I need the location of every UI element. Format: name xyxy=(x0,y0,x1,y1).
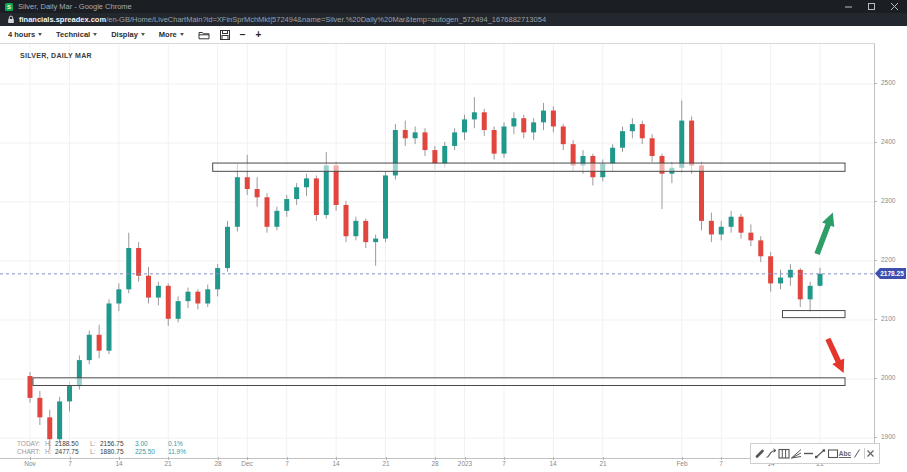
candle-body xyxy=(265,197,270,227)
candle-body xyxy=(314,178,319,215)
candle-body xyxy=(195,292,200,304)
price-axis[interactable]: 19002000210022002300240025002178.25 xyxy=(875,43,907,457)
today-high-value: 2188.50 xyxy=(55,440,90,448)
draw-pencil-tool[interactable] xyxy=(753,447,765,460)
time-axis-label: 28 xyxy=(421,460,449,467)
chart-high-value: 2477.75 xyxy=(55,448,90,456)
candle-body xyxy=(186,292,191,301)
fan-lines-tool[interactable] xyxy=(790,447,802,460)
candle-body xyxy=(452,132,457,146)
maximize-icon[interactable] xyxy=(868,3,876,11)
candle-body xyxy=(729,217,734,227)
chart-change-value: 225.50 xyxy=(135,448,168,456)
candle-body xyxy=(818,274,823,286)
address-bar[interactable]: financials.spreadex.com/en-GB/Home/LiveC… xyxy=(0,13,907,26)
price-axis-tick xyxy=(874,201,877,202)
price-axis-label: 2300 xyxy=(881,197,895,204)
display-menu[interactable]: Display xyxy=(111,30,145,39)
candle-body xyxy=(87,335,92,360)
candle-body xyxy=(255,189,260,197)
candle-body xyxy=(423,132,428,150)
chevron-down-icon xyxy=(38,33,42,36)
time-axis-label: 14 xyxy=(539,460,567,467)
candle-body xyxy=(274,211,279,227)
zoom-in-button[interactable]: + xyxy=(256,30,262,40)
today-change-value: 3.00 xyxy=(135,440,168,448)
candle-body xyxy=(97,335,102,351)
legend-high-key: H: xyxy=(45,440,55,448)
price-axis-label: 1900 xyxy=(881,433,895,440)
chart-plot[interactable] xyxy=(0,44,874,458)
time-axis-label: 21 xyxy=(589,460,617,467)
trendline-tool[interactable] xyxy=(814,447,826,460)
candle-body xyxy=(363,221,368,242)
save-chart-button[interactable] xyxy=(220,30,230,40)
down-arrow-annotation xyxy=(825,338,844,373)
technical-menu[interactable]: Technical xyxy=(56,30,97,39)
time-axis-label: 2023 xyxy=(451,460,479,467)
legend-low-key: L: xyxy=(90,448,100,456)
chart-legend: TODAY:H:2188.50L:2156.753.000.1% CHART:H… xyxy=(17,440,186,455)
candle-body xyxy=(116,289,121,303)
candle-body xyxy=(778,278,783,284)
candle-body xyxy=(472,112,477,119)
price-axis-tick xyxy=(874,260,877,261)
candle-body xyxy=(709,221,714,235)
candle-body xyxy=(650,138,655,156)
browser-window: S Silver, Daily Mar - Google Chrome fina… xyxy=(0,0,907,472)
candle-body xyxy=(561,126,566,144)
open-chart-button[interactable] xyxy=(198,30,210,40)
candle-body xyxy=(502,126,507,153)
candle-body xyxy=(245,177,250,189)
legend-today-label: TODAY: xyxy=(17,440,45,448)
lock-icon xyxy=(7,15,15,24)
candle-body xyxy=(551,111,556,127)
timeframe-menu[interactable]: 4 hours xyxy=(8,30,42,39)
candle-body xyxy=(146,276,151,298)
rectangle-tool[interactable] xyxy=(827,447,839,460)
candle-body xyxy=(57,401,62,439)
candle-body xyxy=(373,239,378,243)
time-axis-label: 7 xyxy=(707,460,735,467)
price-axis-label: 2100 xyxy=(881,315,895,322)
price-axis-tick xyxy=(874,83,877,84)
legend-high-key: H: xyxy=(45,448,55,456)
fibonacci-tool[interactable] xyxy=(778,447,790,460)
candle-body xyxy=(610,148,615,164)
candle-body xyxy=(383,175,388,238)
horizontal-line-tool[interactable] xyxy=(802,447,814,460)
candle-body xyxy=(511,118,516,126)
candle-body xyxy=(136,248,141,276)
today-change-pct: 0.1% xyxy=(168,440,183,447)
elbow-connector-tool[interactable] xyxy=(765,447,777,460)
legend-today-row: TODAY:H:2188.50L:2156.753.000.1% xyxy=(17,440,186,448)
more-menu[interactable]: More xyxy=(159,30,184,39)
zoom-out-button[interactable]: − xyxy=(240,30,246,40)
time-axis[interactable]: Nov7142128Dec7142128202371421Feb71421 xyxy=(0,458,874,472)
candle-body xyxy=(353,221,358,236)
candle-body xyxy=(679,121,684,168)
text-tool-label: Abc xyxy=(839,450,851,457)
close-toolbar-button[interactable] xyxy=(865,447,877,460)
candle-body xyxy=(413,132,418,138)
today-low-value: 2156.75 xyxy=(100,440,135,448)
chevron-down-icon xyxy=(93,33,97,36)
price-axis-label: 2400 xyxy=(881,138,895,145)
price-axis-tick xyxy=(874,378,877,379)
candle-body xyxy=(432,150,437,164)
candle-body xyxy=(719,227,724,235)
close-icon[interactable] xyxy=(891,3,899,11)
minimize-icon[interactable] xyxy=(845,3,853,11)
text-tool[interactable]: Abc xyxy=(839,447,851,460)
price-axis-tick xyxy=(874,319,877,320)
slash-line-tool[interactable] xyxy=(851,447,863,460)
chevron-down-icon xyxy=(180,33,184,36)
candle-body xyxy=(156,286,161,298)
candle-body xyxy=(768,256,773,283)
price-axis-tick xyxy=(874,142,877,143)
candle-body xyxy=(126,248,131,289)
candle-body xyxy=(462,119,467,132)
chevron-down-icon xyxy=(141,33,145,36)
candle-body xyxy=(758,240,763,256)
candle-body xyxy=(37,398,42,417)
